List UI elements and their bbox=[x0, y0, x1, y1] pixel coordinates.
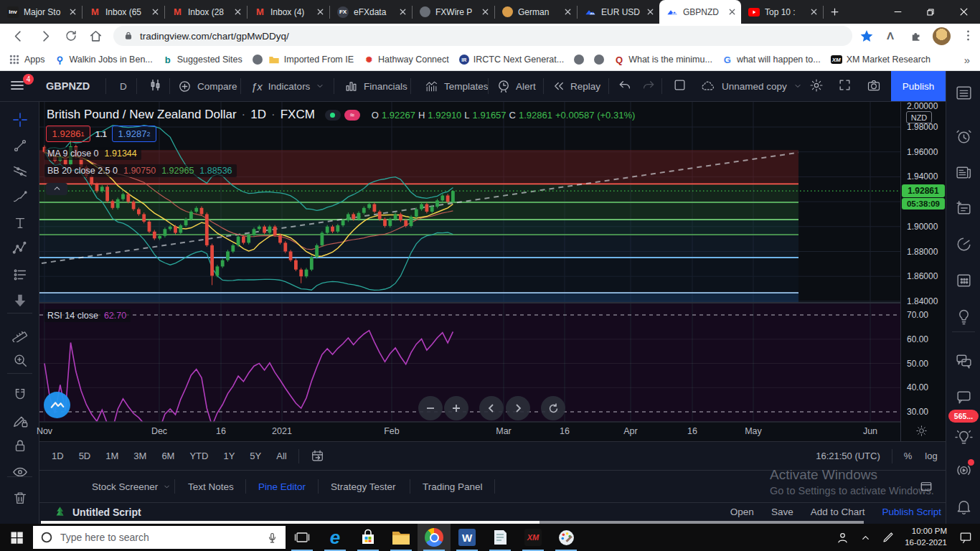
tray-pen-icon[interactable] bbox=[876, 524, 900, 551]
ma-legend[interactable]: MA 9 close 01.91344 bbox=[44, 147, 141, 160]
redo-button[interactable] bbox=[641, 71, 655, 101]
go-to-date-icon[interactable] bbox=[311, 449, 324, 463]
range-5y-button[interactable]: 5Y bbox=[250, 451, 261, 461]
sidebar-watchlist-icon[interactable] bbox=[954, 83, 973, 102]
tab-close-icon[interactable] bbox=[563, 7, 573, 17]
browser-tab-german[interactable]: German bbox=[495, 0, 577, 24]
price-axis[interactable]: 2.00000NZD1.980001.960001.940001.900001.… bbox=[900, 102, 946, 441]
sidebar-ideas-stream-icon[interactable] bbox=[954, 428, 973, 446]
pattern-tool[interactable] bbox=[10, 239, 30, 259]
browser-tab-gbpnzd[interactable]: GBPNZD bbox=[659, 0, 741, 24]
compare-button[interactable]: Compare bbox=[178, 71, 237, 101]
browser-tab-inbox-4-[interactable]: MInbox (4) bbox=[248, 0, 329, 24]
browser-tab-eur-usd[interactable]: EUR USD bbox=[578, 0, 659, 24]
interval-button[interactable]: D bbox=[120, 71, 127, 101]
publish-button[interactable]: Publish bbox=[891, 71, 946, 101]
sidebar-ideas-icon[interactable] bbox=[954, 306, 973, 325]
zoom-out-button[interactable] bbox=[418, 396, 443, 420]
tab-close-icon[interactable] bbox=[233, 7, 242, 17]
range-all-button[interactable]: All bbox=[276, 451, 286, 461]
magnet-tool[interactable] bbox=[10, 385, 30, 405]
crosshair-tool[interactable] bbox=[10, 110, 30, 130]
time-axis[interactable]: NovDec162021FebMar16Apr16MayJun bbox=[39, 423, 900, 441]
taskbar-app-store[interactable] bbox=[352, 524, 385, 551]
tab-close-icon[interactable] bbox=[646, 7, 655, 17]
sidebar-alerts-icon[interactable] bbox=[954, 127, 973, 146]
lock-drawings-tool[interactable] bbox=[10, 436, 30, 456]
pine-action-save[interactable]: Save bbox=[771, 507, 793, 517]
url-bar[interactable]: tradingview.com/chart/gpMwDDyq/ bbox=[113, 26, 852, 46]
bookmark-item[interactable]: Imported From IE bbox=[268, 55, 354, 65]
legend-collapse-button[interactable] bbox=[46, 183, 67, 195]
forecast-tool[interactable] bbox=[10, 265, 30, 285]
save-layout-button[interactable]: Unnamed copy bbox=[700, 71, 802, 101]
tab-close-icon[interactable] bbox=[809, 7, 819, 17]
browser-menu-icon[interactable] bbox=[961, 29, 975, 45]
range-1m-button[interactable]: 1M bbox=[105, 451, 118, 461]
tab-close-icon[interactable] bbox=[68, 7, 77, 17]
taskbar-app-paint[interactable] bbox=[550, 524, 583, 551]
axis-settings-icon[interactable] bbox=[915, 425, 928, 439]
panel-tab-stock-screener[interactable]: Stock Screener bbox=[92, 471, 171, 502]
tab-close-icon[interactable] bbox=[481, 7, 490, 17]
scroll-left-button[interactable] bbox=[479, 396, 504, 420]
pine-action-add-to-chart[interactable]: Add to Chart bbox=[811, 507, 865, 517]
browser-tab-major-sto[interactable]: InvMajor Sto bbox=[0, 0, 82, 24]
sidebar-calendar-icon[interactable] bbox=[954, 270, 973, 289]
financials-button[interactable]: Financials bbox=[344, 71, 407, 101]
sidebar-news-icon[interactable] bbox=[954, 163, 973, 182]
taskbar-app-file-explorer[interactable] bbox=[385, 524, 418, 551]
browser-tab-efxdata[interactable]: FXeFXdata bbox=[330, 0, 412, 24]
sidebar-hotlists-icon[interactable] bbox=[954, 235, 973, 253]
reset-chart-button[interactable] bbox=[541, 396, 565, 420]
bookmark-item[interactable]: ✺Hathway Connect bbox=[359, 55, 449, 65]
browser-avatar[interactable] bbox=[933, 27, 951, 45]
sidebar-private-chats-icon[interactable] bbox=[954, 387, 973, 406]
bookmark-item[interactable]: Gwhat will happen to... bbox=[718, 55, 821, 65]
range-6m-button[interactable]: 6M bbox=[161, 451, 174, 461]
bookmark-item[interactable]: Apps bbox=[9, 54, 45, 65]
panel-tab-trading-panel[interactable]: Trading Panel bbox=[423, 471, 483, 502]
rsi-legend[interactable]: RSI 14 close62.70 bbox=[44, 309, 131, 322]
bb-legend[interactable]: BB 20 close 2.5 0 1.90750 1.92965 1.8853… bbox=[44, 164, 237, 177]
tv-menu-button[interactable]: 4 bbox=[9, 71, 26, 101]
taskbar-app-word[interactable]: W bbox=[451, 524, 484, 551]
panel-tab-strategy-tester[interactable]: Strategy Tester bbox=[331, 471, 396, 502]
taskbar-app-xm-mt4[interactable]: XM bbox=[517, 524, 550, 551]
chart-style-button[interactable] bbox=[148, 71, 163, 101]
marker-tool[interactable] bbox=[10, 291, 30, 311]
bookmark-item[interactable] bbox=[570, 55, 584, 65]
window-minimize-button[interactable] bbox=[881, 0, 914, 24]
pine-action-open[interactable]: Open bbox=[730, 507, 754, 517]
taskbar-search[interactable]: Type here to search bbox=[33, 526, 286, 549]
range-5d-button[interactable]: 5D bbox=[79, 451, 91, 461]
back-icon[interactable] bbox=[11, 29, 25, 46]
tray-hidden-icons[interactable] bbox=[854, 524, 876, 551]
bookmark-item[interactable]: bSuggested Sites bbox=[159, 55, 242, 65]
log-scale-button[interactable]: log bbox=[925, 451, 937, 461]
refresh-icon[interactable] bbox=[65, 29, 77, 45]
browser-tab-top-10-[interactable]: Top 10 : bbox=[741, 0, 823, 24]
extension-icon[interactable]: Λ bbox=[887, 29, 894, 42]
bookmark-item[interactable] bbox=[590, 55, 604, 65]
text-tool[interactable] bbox=[10, 213, 30, 233]
replay-button[interactable]: Replay bbox=[552, 71, 600, 101]
window-restore-button[interactable] bbox=[914, 0, 947, 24]
hide-drawings-tool[interactable] bbox=[10, 462, 30, 482]
mic-icon[interactable] bbox=[266, 532, 278, 544]
browser-tab-inbox-28[interactable]: MInbox (28 bbox=[165, 0, 247, 24]
bookmark-item[interactable]: QWhat is the minimu... bbox=[610, 55, 712, 65]
sidebar-streams-icon[interactable] bbox=[954, 461, 973, 479]
sell-button[interactable]: 1.92861 bbox=[46, 126, 90, 142]
range-1d-button[interactable]: 1D bbox=[52, 451, 64, 461]
browser-tab-fxwire-p[interactable]: FXWire P bbox=[413, 0, 494, 24]
start-button[interactable] bbox=[0, 524, 33, 551]
tray-clock[interactable]: 10:00 PM16-02-2021 bbox=[905, 526, 947, 548]
bookmark-item[interactable] bbox=[248, 55, 263, 65]
chart-area[interactable] bbox=[39, 102, 900, 441]
market-status-icon[interactable] bbox=[325, 110, 341, 121]
range-1y-button[interactable]: 1Y bbox=[223, 451, 235, 461]
scroll-right-button[interactable] bbox=[506, 396, 530, 420]
fullscreen-button[interactable] bbox=[838, 71, 852, 101]
remove-drawings-tool[interactable] bbox=[10, 488, 30, 508]
